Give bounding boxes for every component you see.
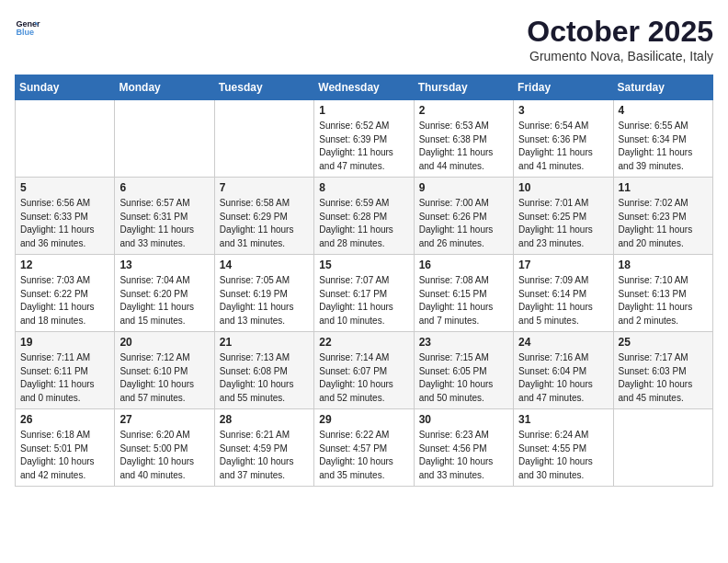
calendar-week-row: 1Sunrise: 6:52 AM Sunset: 6:39 PM Daylig…: [16, 100, 713, 178]
day-number: 26: [20, 413, 109, 426]
logo: General Blue: [15, 15, 40, 40]
day-number: 7: [220, 181, 309, 194]
calendar-cell: 30Sunrise: 6:23 AM Sunset: 4:56 PM Dayli…: [414, 409, 513, 487]
calendar-header-row: SundayMondayTuesdayWednesdayThursdayFrid…: [16, 75, 713, 100]
day-number: 10: [518, 181, 608, 194]
calendar-cell: 12Sunrise: 7:03 AM Sunset: 6:22 PM Dayli…: [16, 255, 115, 332]
svg-text:Blue: Blue: [16, 28, 34, 37]
day-number: 27: [119, 413, 209, 426]
calendar-cell: 23Sunrise: 7:15 AM Sunset: 6:05 PM Dayli…: [414, 332, 513, 409]
calendar-cell: 5Sunrise: 6:56 AM Sunset: 6:33 PM Daylig…: [16, 178, 115, 255]
day-detail: Sunrise: 7:01 AM Sunset: 6:25 PM Dayligh…: [518, 197, 608, 250]
calendar-cell: [613, 409, 712, 487]
day-detail: Sunrise: 7:13 AM Sunset: 6:08 PM Dayligh…: [220, 351, 309, 405]
day-detail: Sunrise: 6:54 AM Sunset: 6:36 PM Dayligh…: [518, 120, 608, 173]
calendar-cell: 24Sunrise: 7:16 AM Sunset: 6:04 PM Dayli…: [514, 332, 613, 409]
weekday-label: Monday: [115, 75, 214, 100]
day-detail: Sunrise: 7:04 AM Sunset: 6:20 PM Dayligh…: [119, 274, 209, 327]
calendar-cell: 9Sunrise: 7:00 AM Sunset: 6:26 PM Daylig…: [414, 178, 513, 255]
calendar-cell: 25Sunrise: 7:17 AM Sunset: 6:03 PM Dayli…: [613, 332, 712, 409]
day-number: 13: [119, 259, 209, 271]
calendar-cell: 14Sunrise: 7:05 AM Sunset: 6:19 PM Dayli…: [214, 255, 313, 332]
day-detail: Sunrise: 7:07 AM Sunset: 6:17 PM Dayligh…: [319, 274, 408, 327]
calendar-cell: 27Sunrise: 6:20 AM Sunset: 5:00 PM Dayli…: [115, 409, 214, 487]
day-detail: Sunrise: 6:53 AM Sunset: 6:38 PM Dayligh…: [419, 120, 508, 173]
day-number: 25: [619, 336, 708, 349]
calendar-cell: 21Sunrise: 7:13 AM Sunset: 6:08 PM Dayli…: [214, 332, 313, 409]
day-number: 4: [619, 104, 708, 117]
calendar-cell: 2Sunrise: 6:53 AM Sunset: 6:38 PM Daylig…: [414, 100, 513, 178]
calendar-cell: 8Sunrise: 6:59 AM Sunset: 6:28 PM Daylig…: [314, 178, 414, 255]
day-number: 24: [518, 336, 608, 349]
calendar-cell: 20Sunrise: 7:12 AM Sunset: 6:10 PM Dayli…: [115, 332, 214, 409]
day-number: 1: [319, 104, 408, 117]
logo-icon: General Blue: [15, 15, 40, 40]
calendar-cell: 29Sunrise: 6:22 AM Sunset: 4:57 PM Dayli…: [314, 409, 414, 487]
day-number: 16: [419, 259, 508, 271]
calendar-cell: 11Sunrise: 7:02 AM Sunset: 6:23 PM Dayli…: [613, 178, 712, 255]
day-number: 20: [119, 336, 209, 349]
weekday-label: Wednesday: [314, 75, 414, 100]
calendar-cell: 17Sunrise: 7:09 AM Sunset: 6:14 PM Dayli…: [514, 255, 613, 332]
day-number: 29: [319, 413, 408, 426]
day-detail: Sunrise: 6:18 AM Sunset: 5:01 PM Dayligh…: [20, 429, 109, 482]
day-detail: Sunrise: 6:22 AM Sunset: 4:57 PM Dayligh…: [319, 429, 408, 482]
weekday-label: Friday: [514, 75, 613, 100]
day-number: 11: [619, 181, 708, 194]
day-detail: Sunrise: 7:00 AM Sunset: 6:26 PM Dayligh…: [419, 197, 508, 250]
day-detail: Sunrise: 7:03 AM Sunset: 6:22 PM Dayligh…: [20, 274, 109, 327]
day-detail: Sunrise: 7:16 AM Sunset: 6:04 PM Dayligh…: [518, 351, 608, 405]
weekday-label: Saturday: [613, 75, 712, 100]
page-header: General Blue October 2025 Grumento Nova,…: [15, 15, 713, 63]
day-number: 22: [319, 336, 408, 349]
day-detail: Sunrise: 7:05 AM Sunset: 6:19 PM Dayligh…: [220, 274, 309, 327]
calendar-table: SundayMondayTuesdayWednesdayThursdayFrid…: [15, 75, 713, 487]
day-number: 21: [220, 336, 309, 349]
calendar-cell: [16, 100, 115, 178]
day-number: 6: [119, 181, 209, 194]
calendar-cell: 15Sunrise: 7:07 AM Sunset: 6:17 PM Dayli…: [314, 255, 414, 332]
calendar-cell: [214, 100, 313, 178]
day-number: 3: [518, 104, 608, 117]
calendar-week-row: 19Sunrise: 7:11 AM Sunset: 6:11 PM Dayli…: [16, 332, 713, 409]
calendar-cell: 10Sunrise: 7:01 AM Sunset: 6:25 PM Dayli…: [514, 178, 613, 255]
day-detail: Sunrise: 7:10 AM Sunset: 6:13 PM Dayligh…: [619, 274, 708, 327]
calendar-week-row: 12Sunrise: 7:03 AM Sunset: 6:22 PM Dayli…: [16, 255, 713, 332]
day-number: 28: [220, 413, 309, 426]
calendar-cell: 28Sunrise: 6:21 AM Sunset: 4:59 PM Dayli…: [214, 409, 313, 487]
calendar-week-row: 5Sunrise: 6:56 AM Sunset: 6:33 PM Daylig…: [16, 178, 713, 255]
day-number: 14: [220, 259, 309, 271]
day-detail: Sunrise: 6:52 AM Sunset: 6:39 PM Dayligh…: [319, 120, 408, 173]
calendar-cell: 19Sunrise: 7:11 AM Sunset: 6:11 PM Dayli…: [16, 332, 115, 409]
month-title: October 2025: [527, 15, 713, 49]
calendar-cell: 26Sunrise: 6:18 AM Sunset: 5:01 PM Dayli…: [16, 409, 115, 487]
calendar-cell: 3Sunrise: 6:54 AM Sunset: 6:36 PM Daylig…: [514, 100, 613, 178]
calendar-week-row: 26Sunrise: 6:18 AM Sunset: 5:01 PM Dayli…: [16, 409, 713, 487]
day-detail: Sunrise: 7:08 AM Sunset: 6:15 PM Dayligh…: [419, 274, 508, 327]
day-detail: Sunrise: 7:12 AM Sunset: 6:10 PM Dayligh…: [119, 351, 209, 405]
day-number: 23: [419, 336, 508, 349]
day-number: 30: [419, 413, 508, 426]
day-detail: Sunrise: 7:11 AM Sunset: 6:11 PM Dayligh…: [20, 351, 109, 405]
calendar-cell: 22Sunrise: 7:14 AM Sunset: 6:07 PM Dayli…: [314, 332, 414, 409]
day-number: 18: [619, 259, 708, 271]
day-number: 15: [319, 259, 408, 271]
calendar-cell: 6Sunrise: 6:57 AM Sunset: 6:31 PM Daylig…: [115, 178, 214, 255]
day-number: 19: [20, 336, 109, 349]
calendar-cell: 31Sunrise: 6:24 AM Sunset: 4:55 PM Dayli…: [514, 409, 613, 487]
day-detail: Sunrise: 6:56 AM Sunset: 6:33 PM Dayligh…: [20, 197, 109, 250]
day-number: 5: [20, 181, 109, 194]
calendar-cell: 16Sunrise: 7:08 AM Sunset: 6:15 PM Dayli…: [414, 255, 513, 332]
day-number: 9: [419, 181, 508, 194]
day-detail: Sunrise: 7:14 AM Sunset: 6:07 PM Dayligh…: [319, 351, 408, 405]
calendar-cell: 1Sunrise: 6:52 AM Sunset: 6:39 PM Daylig…: [314, 100, 414, 178]
day-detail: Sunrise: 6:20 AM Sunset: 5:00 PM Dayligh…: [119, 429, 209, 482]
calendar-cell: 13Sunrise: 7:04 AM Sunset: 6:20 PM Dayli…: [115, 255, 214, 332]
calendar-cell: 18Sunrise: 7:10 AM Sunset: 6:13 PM Dayli…: [613, 255, 712, 332]
calendar-cell: 7Sunrise: 6:58 AM Sunset: 6:29 PM Daylig…: [214, 178, 313, 255]
day-detail: Sunrise: 6:21 AM Sunset: 4:59 PM Dayligh…: [220, 429, 309, 482]
title-block: October 2025 Grumento Nova, Basilicate, …: [527, 15, 713, 63]
day-detail: Sunrise: 6:59 AM Sunset: 6:28 PM Dayligh…: [319, 197, 408, 250]
day-detail: Sunrise: 6:24 AM Sunset: 4:55 PM Dayligh…: [518, 429, 608, 482]
day-detail: Sunrise: 6:57 AM Sunset: 6:31 PM Dayligh…: [119, 197, 209, 250]
